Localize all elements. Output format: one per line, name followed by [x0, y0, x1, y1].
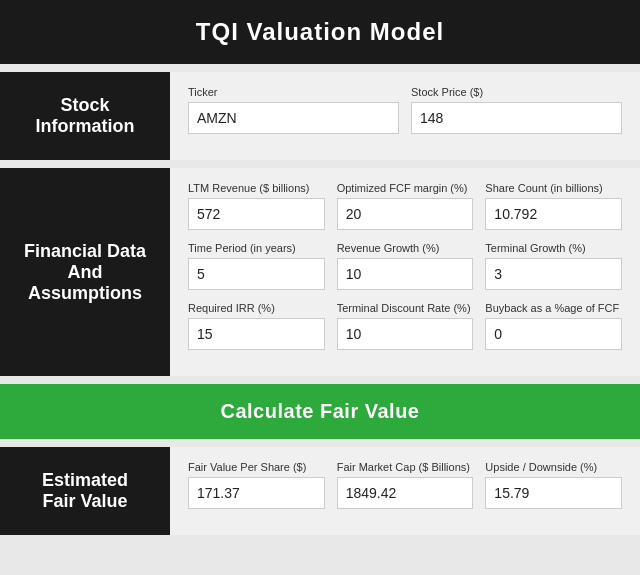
ltm-revenue-field: LTM Revenue ($ billions) — [188, 182, 325, 230]
fair-value-per-share-field: Fair Value Per Share ($) 171.37 — [188, 461, 325, 509]
stock-price-input[interactable] — [411, 102, 622, 134]
results-section: EstimatedFair Value Fair Value Per Share… — [0, 447, 640, 535]
financial-section-content: LTM Revenue ($ billions) Optimized FCF m… — [170, 168, 640, 376]
required-irr-input[interactable] — [188, 318, 325, 350]
page-title: TQI Valuation Model — [0, 0, 640, 64]
financial-row-2: Time Period (in years) Revenue Growth (%… — [188, 242, 622, 290]
fair-value-per-share-value: 171.37 — [188, 477, 325, 509]
fcf-margin-input[interactable] — [337, 198, 474, 230]
stock-price-field: Stock Price ($) — [411, 86, 622, 134]
revenue-growth-input[interactable] — [337, 258, 474, 290]
required-irr-field: Required IRR (%) — [188, 302, 325, 350]
stock-price-label: Stock Price ($) — [411, 86, 622, 98]
calculate-button-label: Calculate Fair Value — [221, 400, 420, 422]
buyback-label: Buyback as a %age of FCF — [485, 302, 622, 314]
fcf-margin-field: Optimized FCF margin (%) — [337, 182, 474, 230]
terminal-growth-input[interactable] — [485, 258, 622, 290]
results-section-label: EstimatedFair Value — [0, 447, 170, 535]
time-period-input[interactable] — [188, 258, 325, 290]
terminal-discount-label: Terminal Discount Rate (%) — [337, 302, 474, 314]
terminal-growth-field: Terminal Growth (%) — [485, 242, 622, 290]
ltm-revenue-input[interactable] — [188, 198, 325, 230]
upside-downside-value: 15.79 — [485, 477, 622, 509]
stock-section-content: Ticker Stock Price ($) — [170, 72, 640, 160]
calculate-button[interactable]: Calculate Fair Value — [0, 384, 640, 439]
ticker-field: Ticker — [188, 86, 399, 134]
required-irr-label: Required IRR (%) — [188, 302, 325, 314]
share-count-label: Share Count (in billions) — [485, 182, 622, 194]
fair-value-per-share-label: Fair Value Per Share ($) — [188, 461, 325, 473]
fair-market-cap-field: Fair Market Cap ($ Billions) 1849.42 — [337, 461, 474, 509]
ltm-revenue-label: LTM Revenue ($ billions) — [188, 182, 325, 194]
share-count-field: Share Count (in billions) — [485, 182, 622, 230]
financial-section-label: Financial DataAndAssumptions — [0, 168, 170, 376]
upside-downside-label: Upside / Downside (%) — [485, 461, 622, 473]
financial-row-1: LTM Revenue ($ billions) Optimized FCF m… — [188, 182, 622, 230]
terminal-discount-input[interactable] — [337, 318, 474, 350]
time-period-field: Time Period (in years) — [188, 242, 325, 290]
ticker-input[interactable] — [188, 102, 399, 134]
fcf-margin-label: Optimized FCF margin (%) — [337, 182, 474, 194]
terminal-growth-label: Terminal Growth (%) — [485, 242, 622, 254]
stock-fields-row: Ticker Stock Price ($) — [188, 86, 622, 134]
time-period-label: Time Period (in years) — [188, 242, 325, 254]
results-section-content: Fair Value Per Share ($) 171.37 Fair Mar… — [170, 447, 640, 535]
stock-section-label: StockInformation — [0, 72, 170, 160]
financial-section: Financial DataAndAssumptions LTM Revenue… — [0, 168, 640, 376]
upside-downside-field: Upside / Downside (%) 15.79 — [485, 461, 622, 509]
buyback-input[interactable] — [485, 318, 622, 350]
terminal-discount-field: Terminal Discount Rate (%) — [337, 302, 474, 350]
financial-row-3: Required IRR (%) Terminal Discount Rate … — [188, 302, 622, 350]
fair-market-cap-value: 1849.42 — [337, 477, 474, 509]
revenue-growth-field: Revenue Growth (%) — [337, 242, 474, 290]
share-count-input[interactable] — [485, 198, 622, 230]
buyback-field: Buyback as a %age of FCF — [485, 302, 622, 350]
ticker-label: Ticker — [188, 86, 399, 98]
stock-section: StockInformation Ticker Stock Price ($) — [0, 72, 640, 160]
fair-market-cap-label: Fair Market Cap ($ Billions) — [337, 461, 474, 473]
results-fields-row: Fair Value Per Share ($) 171.37 Fair Mar… — [188, 461, 622, 509]
revenue-growth-label: Revenue Growth (%) — [337, 242, 474, 254]
